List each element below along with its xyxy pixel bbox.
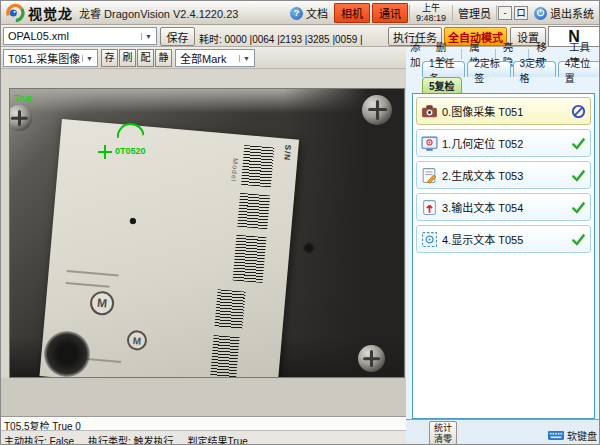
title-bar: 视觉龙 龙睿 DragonVision V2.4.1220.23 ? 文档 相机… [1,1,600,25]
output-text-icon [421,199,438,216]
barcode-block [214,289,245,329]
tab-set-spec[interactable]: 3定规格 [513,61,556,77]
circled-m-logo: M [89,290,115,316]
status-judge-result: 判定结果True [188,433,248,445]
check-icon [571,168,586,183]
clock-time: 9:48:19 [416,13,446,23]
task-row-4[interactable]: 4.显示文本 T055 [416,225,591,253]
keyboard-icon [548,431,564,440]
task-row-label: 3.输出文本 T054 [442,199,567,215]
app-version: 龙睿 DragonVision V2.4.1220.23 [79,5,238,21]
app-logo-icon [5,3,25,23]
stage-tabs-row2: 5复检 [422,77,462,93]
user-role-button[interactable]: 管理员 [453,1,496,25]
reset-label: 清零 [434,434,452,444]
camera-alert-button[interactable]: 相机 [334,3,370,23]
task-row-3[interactable]: 3.输出文本 T054 [416,193,591,221]
config-button[interactable]: 配 [137,49,154,67]
chevron-down-icon: ▼ [141,33,152,40]
check-icon [571,200,586,215]
tab-set-position[interactable]: 4定位置 [558,61,600,77]
generate-text-icon [421,167,438,184]
disabled-icon [571,104,586,119]
barcode-block [233,235,267,283]
task-list: 0.图像采集 T051 1.几何定位 T052 [412,93,595,419]
soft-keyboard-button[interactable]: 软键盘 [548,428,597,443]
save-button[interactable]: 保存 [160,27,195,46]
label-print-line [66,282,110,288]
store-button[interactable]: 存 [101,49,118,67]
locate-icon [421,135,438,152]
task-row-label: 1.几何定位 T052 [442,135,567,151]
power-icon: ⏻ [534,7,547,20]
doc-button[interactable]: ? 文档 [285,1,333,25]
stats-reset-button[interactable]: 统计 清零 [429,421,457,445]
task-toolbar: T051.采集图像 ▼ 存 刷 配 静 全部Mark ▼ [1,47,406,69]
stage-tabs: 1主任务 2定标签 3定规格 4定位置 [422,61,600,77]
soft-keyboard-label: 软键盘 [567,428,597,443]
title-bar-controls: ? 文档 相机 通讯 上午 9:48:19 管理员 - 口 ⏻ 退出系统 [285,1,599,25]
exit-button[interactable]: ⏻ 退出系统 [529,1,599,25]
screw-icon [358,345,385,372]
chassis-hole [44,331,90,377]
refresh-button[interactable]: 刷 [119,49,136,67]
doc-label: 文档 [306,5,328,21]
task-row-2[interactable]: 2.生成文本 T053 [416,161,591,189]
app-window: 视觉龙 龙睿 DragonVision V2.4.1220.23 ? 文档 相机… [0,0,600,445]
chevron-down-icon: ▼ [82,55,93,62]
task-row-label: 2.生成文本 T053 [442,167,567,183]
divider [461,49,462,59]
stats-label: 统计 [434,423,452,433]
check-icon [571,136,586,151]
camera-icon [421,103,438,120]
task-row-label: 4.显示文本 T055 [442,231,567,247]
mark-filter-select[interactable]: 全部Mark ▼ [175,49,255,67]
camera-viewport[interactable]: S/N Model M M True 0T0520 [9,88,405,378]
status-exec-type: 执行类型: 触发执行 [88,433,174,445]
help-doc-icon: ? [290,7,303,20]
barcode-block [241,145,274,187]
screw-icon [9,105,32,131]
task-row-0[interactable]: 0.图像采集 T051 [416,97,591,125]
clock: 上午 9:48:19 [410,3,452,24]
elapsed-times: 耗时: 0000 |0064 |2193 |3285 |0059 | [199,31,363,46]
overlay-crosshair-icon [98,145,112,159]
status-exec-mode: 主动执行: False [4,433,74,445]
tab-set-label[interactable]: 2定标签 [467,61,510,77]
clock-period: 上午 [422,3,440,13]
chassis-hole [302,241,316,255]
viewport-margin [1,378,406,416]
panel-bottom-bar: 统计 清零 软键盘 [406,419,600,445]
project-file-name: OPAL05.xml [8,30,69,42]
label-sn-text: S/N [282,144,292,161]
status-line-task: T05.5复检 True 0 [1,416,406,430]
divider [496,5,497,21]
tab-recheck-active[interactable]: 5复检 [422,77,462,93]
chevron-down-icon: ▼ [239,55,250,62]
comm-alert-button[interactable]: 通讯 [372,3,408,23]
overlay-code-text: 0T0520 [115,146,146,156]
label-model-text: Model [230,158,239,183]
barcode-block [237,193,270,229]
maximize-button[interactable]: 口 [514,6,528,20]
exit-label: 退出系统 [550,5,594,21]
project-file-select[interactable]: OPAL05.xml ▼ [3,27,157,45]
screw-icon [362,95,392,125]
tab-main-task[interactable]: 1主任务 [422,61,465,77]
label-print-line [67,270,119,277]
display-text-icon [421,231,438,248]
current-task-name: T051.采集图像 [8,50,80,66]
barcode-block [210,335,240,378]
task-row-1[interactable]: 1.几何定位 T052 [416,129,591,157]
minimize-button[interactable]: - [498,6,512,20]
status-line-exec: 主动执行: False 执行类型: 触发执行 判定结果True [1,430,406,445]
circled-m-logo: M [126,330,148,352]
check-icon [571,232,586,247]
shadow-right [284,89,404,377]
static-button[interactable]: 静 [155,49,172,67]
right-panel: 添加 删除 属性 亮隐 移动 工具箱 1主任务 2定标签 3定规格 4定位置 5… [406,47,600,445]
overlay-result-flag: True [14,93,32,103]
app-name: 视觉龙 [28,3,73,23]
task-row-label: 0.图像采集 T051 [442,103,567,119]
current-task-select[interactable]: T051.采集图像 ▼ [3,49,98,67]
